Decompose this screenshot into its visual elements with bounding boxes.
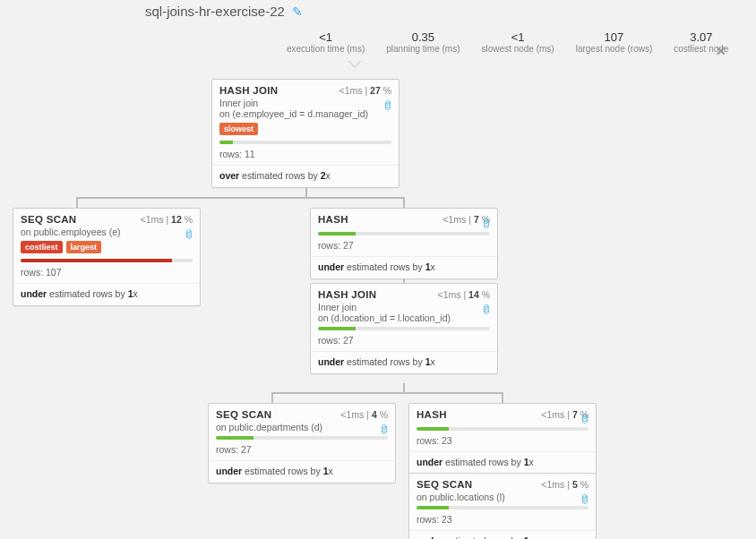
stat-label: planning time (ms) — [386, 44, 460, 54]
node-subtext: on (d.location_id = l.location_id) — [318, 312, 479, 323]
stat-label: execution time (ms) — [287, 44, 365, 54]
node-meta: <1ms | 14 % — [438, 289, 491, 300]
stat-planning-time: 0.35 planning time (ms) — [386, 30, 460, 54]
database-icon[interactable]: 🛢 — [382, 99, 393, 112]
bar-rows — [318, 232, 356, 235]
node-subtext: on public.locations (l) — [417, 492, 578, 502]
database-icon[interactable]: 🛢 — [481, 218, 492, 230]
stat-slowest-node: <1 slowest node (ms) — [482, 30, 554, 54]
node-rows: rows: 23 — [409, 511, 596, 531]
node-meta: <1ms | 27 % — [339, 85, 392, 96]
node-meta: <1ms | 5 % — [541, 479, 588, 490]
plan-node-seq-scan-employees[interactable]: SEQ SCAN <1ms | 12 % on public.employees… — [13, 208, 201, 306]
plan-node-seq-scan-locations[interactable]: SEQ SCAN <1ms | 5 % on public.locations … — [408, 473, 597, 539]
bar-rows — [417, 427, 449, 431]
node-meta: <1ms | 4 % — [340, 409, 388, 420]
node-estimate: under estimated rows by 1x — [13, 284, 200, 305]
stat-value: <1 — [287, 30, 365, 44]
node-subtext: on (e.employee_id = d.manager_id) — [219, 108, 381, 119]
node-title: SEQ SCAN — [417, 479, 472, 490]
node-estimate: over estimated rows by 2x — [212, 166, 399, 187]
node-estimate: under estimated rows by 1x — [409, 452, 596, 474]
page-title: sql-joins-hr-exercise-22 — [145, 4, 285, 19]
bar-rows — [216, 436, 253, 440]
node-rows: rows: 23 — [409, 432, 596, 452]
database-icon[interactable]: 🛢 — [580, 413, 590, 425]
stat-label: slowest node (ms) — [482, 44, 554, 54]
node-estimate: under estimated rows by 1x — [409, 531, 596, 539]
badge-costliest: costliest — [21, 241, 63, 253]
node-rows: rows: 11 — [212, 146, 399, 166]
stats-bar: <1 execution time (ms) 0.35 planning tim… — [287, 30, 728, 54]
node-title: SEQ SCAN — [216, 409, 271, 420]
node-subtext: Inner join — [219, 98, 381, 108]
node-meta: <1ms | 12 % — [141, 214, 193, 225]
node-title: HASH — [318, 214, 348, 225]
node-rows: rows: 107 — [13, 264, 200, 284]
bar-rows — [417, 506, 449, 509]
node-rows: rows: 27 — [209, 441, 395, 461]
badge-largest: largest — [66, 241, 102, 253]
node-title: SEQ SCAN — [21, 214, 76, 225]
bar-rows — [21, 259, 172, 262]
stat-largest-node: 107 largest node (rows) — [576, 30, 653, 54]
database-icon[interactable]: 🛢 — [379, 424, 390, 436]
node-estimate: under estimated rows by 1x — [311, 257, 497, 278]
plan-node-hash-2[interactable]: HASH <1ms | 7 % 🛢 rows: 23 under estimat… — [408, 403, 597, 475]
node-rows: rows: 27 — [311, 237, 497, 257]
database-icon[interactable]: 🛢 — [184, 228, 194, 241]
database-icon[interactable]: 🛢 — [580, 493, 590, 506]
stat-value: 107 — [576, 30, 653, 44]
node-rows: rows: 27 — [311, 332, 497, 352]
database-icon[interactable]: 🛢 — [481, 304, 492, 316]
badge-slowest: slowest — [219, 123, 258, 135]
close-icon[interactable]: × — [716, 42, 726, 61]
stat-value: 0.35 — [386, 30, 460, 44]
bar-rows — [318, 327, 356, 330]
plan-node-hash-1[interactable]: HASH <1ms | 7 % 🛢 rows: 27 under estimat… — [310, 208, 498, 279]
node-title: HASH JOIN — [219, 85, 278, 96]
stat-label: largest node (rows) — [576, 44, 653, 54]
stat-value: <1 — [482, 30, 554, 44]
chevron-down-icon — [348, 61, 362, 68]
plan-node-seq-scan-departments[interactable]: SEQ SCAN <1ms | 4 % on public.department… — [208, 403, 396, 483]
node-subtext: on public.employees (e) — [21, 227, 182, 237]
plan-node-hash-join-1[interactable]: HASH JOIN <1ms | 27 % Inner join on (e.e… — [211, 79, 399, 188]
pencil-icon[interactable]: ✎ — [292, 4, 303, 19]
stat-execution-time: <1 execution time (ms) — [287, 30, 365, 54]
node-title: HASH JOIN — [318, 289, 376, 300]
node-title: HASH — [417, 409, 447, 420]
node-subtext: Inner join — [318, 302, 479, 312]
node-estimate: under estimated rows by 1x — [311, 352, 497, 373]
bar-rows — [219, 141, 233, 144]
plan-node-hash-join-2[interactable]: HASH JOIN <1ms | 14 % Inner join on (d.l… — [310, 283, 498, 374]
node-estimate: under estimated rows by 1x — [209, 461, 395, 483]
node-subtext: on public.departments (d) — [216, 422, 377, 432]
